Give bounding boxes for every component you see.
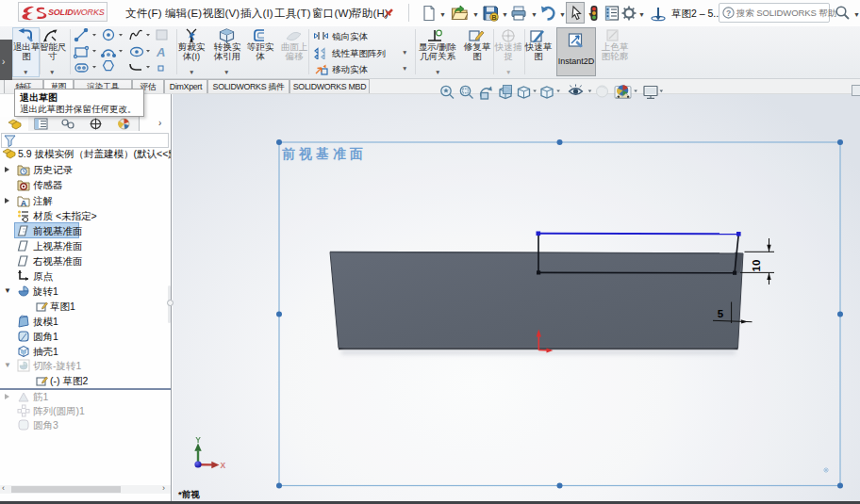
svg-text:X: X [221, 461, 226, 470]
svg-text:SOLIDWORKS: SOLIDWORKS [48, 8, 105, 17]
svg-text:A: A [156, 45, 165, 59]
svg-text:?: ? [726, 8, 731, 18]
svg-text:Y: Y [195, 435, 201, 445]
svg-text:5: 5 [718, 308, 724, 319]
svg-text:10: 10 [751, 260, 762, 272]
svg-text:A: A [21, 199, 27, 208]
svg-text:B: B [491, 13, 497, 22]
